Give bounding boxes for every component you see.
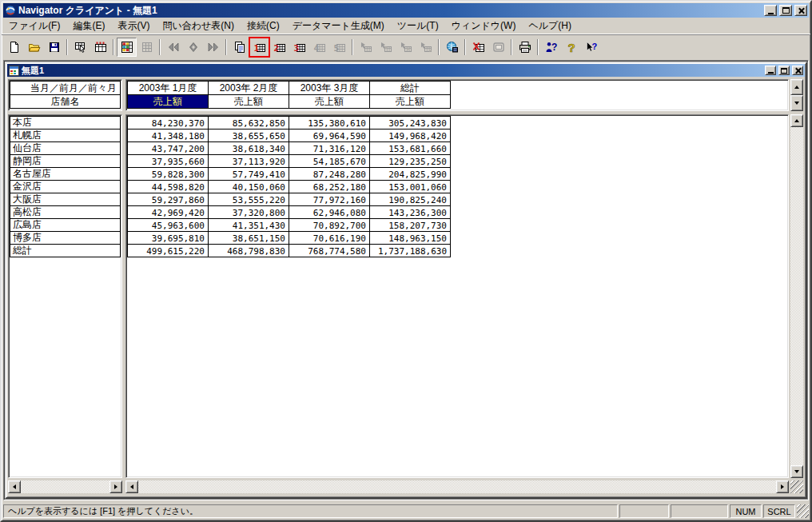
data-cell[interactable]: 129,235,250 — [369, 154, 451, 168]
measure-header[interactable]: 売上額 — [369, 94, 451, 109]
row-header[interactable]: 広島店 — [10, 218, 121, 232]
scroll-left-button[interactable] — [8, 480, 21, 493]
row-header[interactable]: 仙台店 — [10, 141, 121, 155]
data-cell[interactable]: 42,969,420 — [127, 205, 209, 219]
data-cell[interactable]: 62,946,080 — [289, 205, 370, 219]
row-header[interactable]: 札幌店 — [10, 129, 121, 142]
data-cell[interactable]: 68,252,180 — [289, 180, 370, 193]
help-topics-button[interactable]: ? — [541, 38, 561, 57]
open-file-button[interactable] — [24, 38, 44, 57]
data-cell[interactable]: 38,618,340 — [208, 141, 289, 155]
connection-globe-button[interactable] — [442, 38, 462, 57]
data-cell[interactable]: 44,598,820 — [127, 180, 209, 193]
datamart-table-button[interactable] — [90, 38, 110, 57]
menu-tools[interactable]: ツール(T) — [391, 17, 445, 36]
row-header-total[interactable]: 総計 — [10, 244, 121, 257]
scroll-up-button[interactable] — [790, 79, 803, 95]
menu-window[interactable]: ウィンドウ(W) — [445, 17, 523, 36]
scroll-up-button[interactable] — [790, 114, 803, 127]
data-cell[interactable]: 153,001,060 — [369, 180, 451, 193]
child-maximize-button[interactable] — [778, 66, 790, 75]
data-cell[interactable]: 37,320,800 — [208, 205, 289, 219]
period-header[interactable]: 総計 — [369, 81, 451, 95]
data-cell[interactable]: 59,828,300 — [127, 167, 209, 181]
scroll-left-button[interactable] — [125, 480, 138, 493]
about-help-button[interactable]: ? — [561, 38, 581, 57]
total-cell[interactable]: 1,737,188,630 — [369, 244, 451, 257]
scroll-right-button[interactable] — [109, 480, 122, 493]
menu-view[interactable]: 表示(V) — [111, 17, 156, 36]
data-cell[interactable]: 43,747,200 — [127, 141, 209, 155]
table-1d-button[interactable]: 1 — [249, 38, 269, 57]
table-2d-button[interactable]: 2 — [269, 38, 289, 57]
store-dimension-label[interactable]: 店舗名 — [10, 94, 121, 109]
row-header[interactable]: 名古屋店 — [10, 167, 121, 181]
data-cell[interactable]: 77,972,160 — [289, 193, 370, 206]
copy-button[interactable] — [229, 38, 249, 57]
menu-help[interactable]: ヘルプ(H) — [522, 17, 578, 36]
save-button[interactable] — [44, 38, 64, 57]
measure-header[interactable]: 売上額 — [208, 94, 289, 109]
data-cell[interactable]: 41,348,180 — [127, 129, 209, 142]
horizontal-scroll-track[interactable] — [21, 480, 109, 493]
data-cell[interactable]: 87,248,280 — [289, 167, 370, 181]
data-cell[interactable]: 71,316,120 — [289, 141, 370, 155]
table-3d-button[interactable]: 3 — [289, 38, 309, 57]
total-cell[interactable]: 499,615,220 — [127, 244, 209, 257]
grid-view-active-button[interactable] — [117, 38, 137, 57]
data-cell[interactable]: 69,964,590 — [289, 129, 370, 142]
minimize-button[interactable] — [764, 5, 777, 16]
period-dimension-label[interactable]: 当月／前月／前々月 — [10, 81, 121, 95]
row-header[interactable]: 金沢店 — [10, 180, 121, 193]
data-cell[interactable]: 70,616,190 — [289, 231, 370, 245]
menu-edit[interactable]: 編集(E) — [66, 17, 111, 36]
horizontal-scroll-track[interactable] — [138, 480, 776, 493]
data-cell[interactable]: 37,935,660 — [127, 154, 209, 168]
context-help-button[interactable]: ? — [581, 38, 601, 57]
close-button[interactable] — [794, 5, 807, 16]
data-cell[interactable]: 149,968,420 — [369, 129, 451, 142]
data-cell[interactable]: 85,632,850 — [208, 116, 289, 130]
new-document-button[interactable] — [4, 38, 24, 57]
scroll-down-button[interactable] — [790, 95, 803, 111]
data-cell[interactable]: 70,892,700 — [289, 218, 370, 232]
data-cell[interactable]: 143,236,300 — [369, 205, 451, 219]
total-cell[interactable]: 768,774,580 — [289, 244, 370, 257]
data-cell[interactable]: 39,695,810 — [127, 231, 209, 245]
data-cell[interactable]: 135,380,610 — [289, 116, 370, 130]
vertical-scroll-track[interactable] — [790, 127, 803, 465]
measure-header-selected[interactable]: 売上額 — [127, 94, 209, 109]
data-cell[interactable]: 158,207,730 — [369, 218, 451, 232]
scroll-down-button[interactable] — [790, 465, 803, 478]
measure-header[interactable]: 売上額 — [289, 94, 370, 109]
data-cell[interactable]: 153,681,660 — [369, 141, 451, 155]
scroll-right-button[interactable] — [776, 480, 789, 493]
data-cell[interactable]: 37,113,920 — [208, 154, 289, 168]
window-resize-grip[interactable] — [797, 504, 809, 518]
print-button[interactable] — [515, 38, 535, 57]
child-resize-grip[interactable] — [790, 480, 803, 493]
row-header[interactable]: 大阪店 — [10, 193, 121, 206]
data-cell[interactable]: 41,351,430 — [208, 218, 289, 232]
row-header[interactable]: 博多店 — [10, 231, 121, 245]
data-cell[interactable]: 38,651,150 — [208, 231, 289, 245]
menu-connection[interactable]: 接続(C) — [241, 17, 286, 36]
row-header[interactable]: 静岡店 — [10, 154, 121, 168]
data-cell[interactable]: 38,655,650 — [208, 129, 289, 142]
data-cell[interactable]: 45,963,600 — [127, 218, 209, 232]
period-header[interactable]: 2003年 2月度 — [208, 81, 289, 95]
data-cell[interactable]: 204,825,990 — [369, 167, 451, 181]
menu-datamart[interactable]: データマート生成(M) — [286, 17, 391, 36]
child-minimize-button[interactable] — [765, 66, 776, 75]
child-close-button[interactable] — [792, 66, 803, 75]
menu-file[interactable]: ファイル(F) — [2, 17, 66, 36]
data-cell[interactable]: 54,185,670 — [289, 154, 370, 168]
data-cell[interactable]: 148,963,150 — [369, 231, 451, 245]
data-cell[interactable]: 84,230,370 — [127, 116, 209, 130]
row-header[interactable]: 本店 — [10, 116, 121, 130]
period-header[interactable]: 2003年 1月度 — [127, 81, 209, 95]
period-header[interactable]: 2003年 3月度 — [289, 81, 370, 95]
total-cell[interactable]: 468,798,830 — [208, 244, 289, 257]
row-header[interactable]: 高松店 — [10, 205, 121, 219]
data-cell[interactable]: 59,297,860 — [127, 193, 209, 206]
